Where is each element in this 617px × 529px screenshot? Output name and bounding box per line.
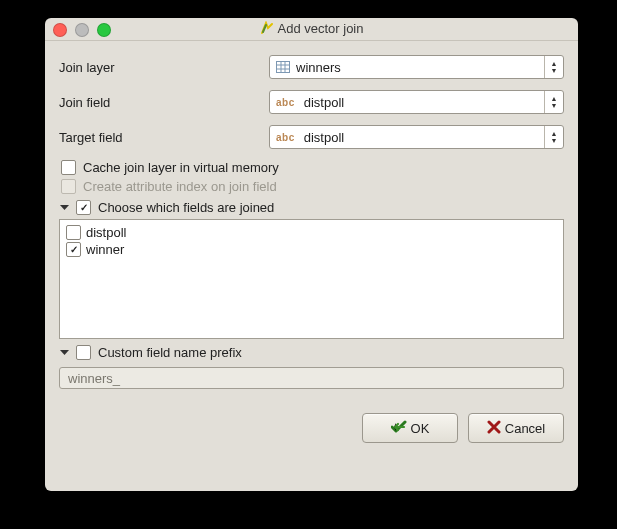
dialog-buttons: OK Cancel <box>59 413 564 443</box>
join-layer-label: Join layer <box>59 60 269 75</box>
join-field-value: distpoll <box>304 95 544 110</box>
create-index-checkbox <box>61 179 76 194</box>
combo-stepper[interactable]: ▲▼ <box>544 91 563 113</box>
create-index-row: Create attribute index on join field <box>61 179 564 194</box>
text-type-icon: abc <box>276 97 298 108</box>
window-title-text: Add vector join <box>278 21 364 36</box>
join-layer-value: winners <box>296 60 544 75</box>
dialog-window: Add vector join Join layer winners ▲▼ <box>45 18 578 491</box>
target-field-row: Target field abc distpoll ▲▼ <box>59 125 564 149</box>
ok-icon <box>391 420 407 437</box>
custom-prefix-input <box>59 367 564 389</box>
list-item[interactable]: winner <box>66 241 557 258</box>
list-item[interactable]: distpoll <box>66 224 557 241</box>
cache-join-checkbox[interactable] <box>61 160 76 175</box>
create-index-label: Create attribute index on join field <box>83 179 277 194</box>
field-checkbox-distpoll[interactable] <box>66 225 81 240</box>
join-layer-row: Join layer winners ▲▼ <box>59 55 564 79</box>
table-icon <box>276 61 290 73</box>
combo-stepper[interactable]: ▲▼ <box>544 56 563 78</box>
custom-prefix-label: Custom field name prefix <box>98 345 242 360</box>
choose-fields-label: Choose which fields are joined <box>98 200 274 215</box>
choose-fields-header: Choose which fields are joined <box>59 200 564 215</box>
ok-button-label: OK <box>411 421 430 436</box>
custom-prefix-checkbox[interactable] <box>76 345 91 360</box>
cache-join-label: Cache join layer in virtual memory <box>83 160 279 175</box>
join-field-row: Join field abc distpoll ▲▼ <box>59 90 564 114</box>
target-field-label: Target field <box>59 130 269 145</box>
join-layer-combo[interactable]: winners ▲▼ <box>269 55 564 79</box>
field-name: distpoll <box>86 225 126 240</box>
fields-list[interactable]: distpoll winner <box>59 219 564 339</box>
combo-stepper[interactable]: ▲▼ <box>544 126 563 148</box>
app-icon <box>260 21 274 38</box>
disclosure-triangle-icon[interactable] <box>59 202 70 213</box>
disclosure-triangle-icon[interactable] <box>59 347 70 358</box>
text-type-icon: abc <box>276 132 298 143</box>
custom-prefix-header: Custom field name prefix <box>59 345 564 360</box>
dialog-content: Join layer winners ▲▼ Join field <box>45 41 578 453</box>
choose-fields-checkbox[interactable] <box>76 200 91 215</box>
cancel-button[interactable]: Cancel <box>468 413 564 443</box>
target-field-value: distpoll <box>304 130 544 145</box>
ok-button[interactable]: OK <box>362 413 458 443</box>
join-field-combo[interactable]: abc distpoll ▲▼ <box>269 90 564 114</box>
svg-rect-0 <box>277 62 290 73</box>
custom-prefix-section: Custom field name prefix <box>59 345 564 389</box>
field-name: winner <box>86 242 124 257</box>
target-field-combo[interactable]: abc distpoll ▲▼ <box>269 125 564 149</box>
join-field-label: Join field <box>59 95 269 110</box>
cache-join-row: Cache join layer in virtual memory <box>61 160 564 175</box>
field-checkbox-winner[interactable] <box>66 242 81 257</box>
choose-fields-section: Choose which fields are joined distpoll … <box>59 200 564 339</box>
window-title: Add vector join <box>45 21 578 38</box>
titlebar: Add vector join <box>45 18 578 41</box>
cancel-button-label: Cancel <box>505 421 545 436</box>
cancel-icon <box>487 420 501 437</box>
